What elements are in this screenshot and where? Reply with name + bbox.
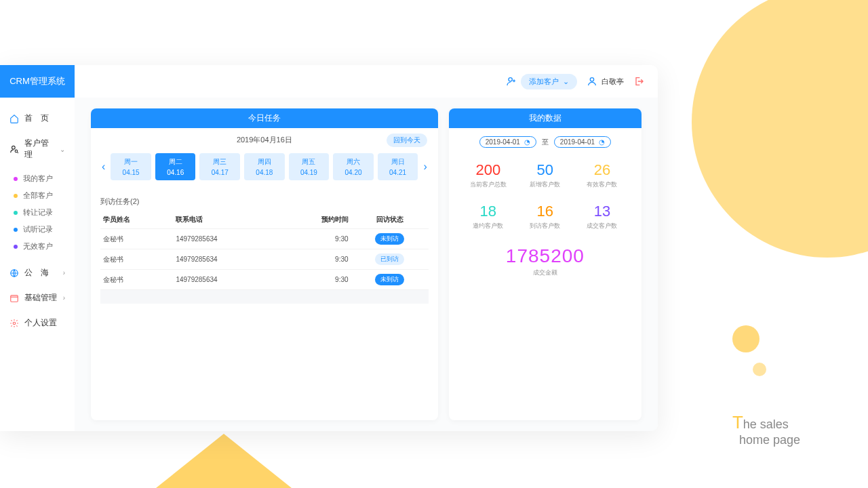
- status-badge: 未到访: [375, 274, 404, 285]
- col-phone: 联系电话: [173, 211, 278, 229]
- date-to-input[interactable]: 2019-04-01 ◔: [554, 136, 611, 148]
- table-row[interactable]: 金秘书149792856349:30未到访: [100, 270, 429, 290]
- date-from-input[interactable]: 2019-04-01 ◔: [479, 136, 536, 148]
- clock-icon: ◔: [599, 138, 605, 146]
- chevron-down-icon: ⌄: [563, 77, 569, 86]
- user-search-icon: [9, 144, 19, 154]
- clock-icon: ◔: [524, 138, 530, 146]
- svg-point-4: [13, 322, 16, 325]
- current-user[interactable]: 白敬亭: [587, 76, 624, 87]
- col-time: 预约时间: [278, 211, 351, 229]
- nav-home[interactable]: 首 页: [0, 106, 75, 131]
- day-chip[interactable]: 周四04.18: [244, 153, 285, 180]
- nav-base-mgmt[interactable]: 基础管理 ›: [0, 285, 75, 310]
- svg-rect-3: [11, 295, 18, 301]
- gear-icon: [9, 319, 19, 328]
- app-window: CRM管理系统 首 页 客户管理 ⌄ 我的客户全部客户转让记录试听记录无效客户 …: [0, 65, 658, 431]
- user-plus-icon: [506, 76, 517, 87]
- bullet-icon: [14, 177, 18, 181]
- svg-point-1: [15, 150, 18, 152]
- col-name: 学员姓名: [100, 211, 173, 229]
- bullet-icon: [14, 228, 18, 232]
- bullet-icon: [14, 194, 18, 198]
- table-row[interactable]: 金秘书149792856349:30未到访: [100, 229, 429, 249]
- chevron-right-icon: ›: [63, 294, 65, 302]
- day-chip[interactable]: 周三04.17: [199, 153, 240, 180]
- svg-point-5: [509, 78, 512, 81]
- nav-customer-mgmt[interactable]: 客户管理 ⌄: [0, 131, 75, 167]
- sidebar-sub-item[interactable]: 无效客户: [0, 238, 75, 255]
- day-chip[interactable]: 周五04.19: [289, 153, 330, 180]
- main-area: 添加客户 ⌄ 白敬亭 今日任务 2019年04月16日 回到今天 ‹ 周一04.…: [75, 65, 658, 431]
- day-chip[interactable]: 周一04.15: [111, 153, 151, 180]
- calendar-icon: [9, 293, 19, 303]
- app-logo: CRM管理系统: [0, 65, 75, 98]
- kpi-card: 26有效客户数: [576, 157, 628, 193]
- day-chip[interactable]: 周六04.20: [333, 153, 374, 180]
- panel-title: 今日任务: [91, 108, 438, 128]
- sidebar-sub-item[interactable]: 转让记录: [0, 204, 75, 221]
- nav-personal-settings[interactable]: 个人设置: [0, 310, 75, 336]
- today-task-panel: 今日任务 2019年04月16日 回到今天 ‹ 周一04.15周二04.16周三…: [91, 108, 438, 420]
- prev-week-button[interactable]: ‹: [100, 161, 106, 173]
- bullet-icon: [14, 211, 18, 215]
- table-row[interactable]: 金秘书149792856349:30已到访: [100, 249, 429, 270]
- sidebar-sub-item[interactable]: 试听记录: [0, 221, 75, 238]
- my-data-panel: 我的数据 2019-04-01 ◔ 至 2019-04-01 ◔ 200当前客户…: [449, 108, 642, 420]
- globe-icon: [9, 268, 19, 278]
- top-header: 添加客户 ⌄ 白敬亭: [75, 65, 658, 98]
- task-section-title: 到访任务(2): [100, 197, 429, 211]
- kpi-card: 50新增客户数: [519, 157, 571, 193]
- bullet-icon: [14, 245, 18, 249]
- home-icon: [9, 114, 19, 123]
- more-row[interactable]: [100, 290, 429, 304]
- kpi-card: 13成交客户数: [576, 199, 628, 235]
- status-badge: 未到访: [375, 233, 404, 245]
- current-date-label: 2019年04月16日: [237, 135, 292, 145]
- back-to-today-button[interactable]: 回到今天: [387, 134, 427, 147]
- chevron-right-icon: ›: [63, 269, 65, 277]
- add-customer-button[interactable]: 添加客户 ⌄: [521, 74, 577, 89]
- next-week-button[interactable]: ›: [422, 161, 428, 173]
- status-badge: 已到访: [375, 253, 404, 265]
- date-separator: 至: [542, 138, 549, 147]
- user-icon: [587, 76, 597, 87]
- svg-point-0: [12, 146, 16, 149]
- nav-public-sea[interactable]: 公 海 ›: [0, 260, 75, 285]
- chevron-down-icon: ⌄: [60, 146, 65, 153]
- kpi-card: 18邀约客户数: [462, 199, 514, 235]
- kpi-card: 200当前客户总数: [462, 157, 514, 193]
- sidebar: CRM管理系统 首 页 客户管理 ⌄ 我的客户全部客户转让记录试听记录无效客户 …: [0, 65, 75, 431]
- col-status: 回访状态: [351, 211, 429, 229]
- task-table: 学员姓名 联系电话 预约时间 回访状态 金秘书149792856349:30未到…: [100, 211, 429, 304]
- sidebar-sub-item[interactable]: 我的客户: [0, 170, 75, 187]
- logout-icon[interactable]: [633, 76, 644, 87]
- panel-title: 我的数据: [449, 108, 642, 128]
- kpi-card: 16到访客户数: [519, 199, 571, 235]
- svg-point-6: [590, 78, 593, 81]
- sidebar-sub-item[interactable]: 全部客户: [0, 187, 75, 204]
- day-chip[interactable]: 周二04.16: [155, 153, 196, 180]
- kpi-total: 1785200 成交金额: [449, 239, 642, 288]
- page-caption: The sales home page: [732, 412, 800, 447]
- day-chip[interactable]: 周日04.21: [378, 153, 418, 180]
